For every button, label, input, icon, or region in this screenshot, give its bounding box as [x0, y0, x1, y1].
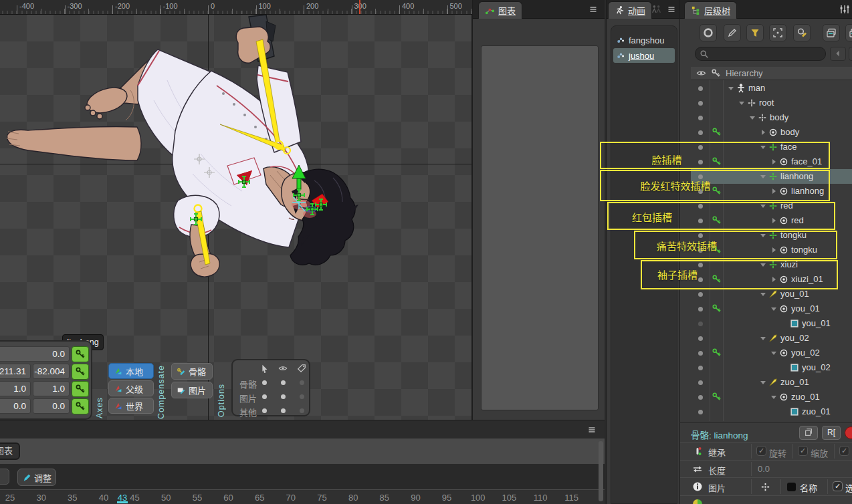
current-frame-marker[interactable]	[117, 501, 128, 503]
key-button[interactable]	[72, 346, 89, 362]
name-color-dot[interactable]	[787, 483, 796, 491]
key-button[interactable]	[72, 398, 89, 414]
tree-row-body[interactable]: body	[691, 125, 852, 140]
tree-row-zuo_01[interactable]: zuo_01	[691, 375, 852, 390]
hier-toolbar-frame-icon[interactable]	[769, 24, 786, 41]
visibility-dot[interactable]	[698, 410, 703, 414]
options-dot[interactable]	[281, 394, 286, 399]
options-dot[interactable]	[300, 380, 304, 385]
visibility-dot[interactable]	[698, 380, 703, 385]
compensate-button-1[interactable]: 骨骼	[171, 363, 213, 380]
hier-toolbar-layers-icon[interactable]	[823, 24, 840, 41]
options-dot[interactable]	[262, 408, 267, 413]
options-dot[interactable]	[281, 380, 286, 385]
hier-toolbar-ring-icon[interactable]	[700, 24, 717, 41]
transform-value-field-x[interactable]: 1.0	[0, 381, 31, 396]
options-dot[interactable]	[262, 394, 267, 399]
inherit-check-3[interactable]: ✓	[839, 446, 849, 456]
timeline-toolbar-row: 调整	[0, 464, 605, 489]
transform-value-field-x[interactable]: 211.31	[0, 364, 31, 379]
options-dot[interactable]	[262, 380, 267, 385]
graph-plot-area[interactable]	[481, 45, 599, 410]
tree-row-zuo_01[interactable]: zuo_01	[691, 390, 852, 404]
expand-open-icon[interactable]	[770, 305, 777, 312]
rename-button[interactable]: R[	[822, 426, 841, 440]
key-button[interactable]	[72, 364, 89, 380]
expand-open-icon[interactable]	[760, 335, 766, 342]
visibility-dot[interactable]	[698, 86, 703, 91]
ruler-playhead[interactable]	[359, 0, 360, 14]
length-value[interactable]: 0.0	[758, 464, 770, 474]
graph-toggle-button[interactable]: 图表	[0, 443, 20, 460]
nav-forward-button[interactable]	[849, 47, 852, 61]
crosshair-icon[interactable]	[760, 482, 770, 492]
compensate-button-2[interactable]: 图片	[171, 382, 213, 398]
expand-open-icon[interactable]	[728, 85, 734, 92]
expand-open-icon[interactable]	[738, 100, 745, 106]
tree-row-zuo_01[interactable]: zuo_01	[691, 404, 852, 419]
transform-value-field[interactable]: 0.0	[0, 346, 70, 362]
inherit-check-2[interactable]: ✓	[798, 446, 808, 456]
visibility-dot[interactable]	[698, 322, 703, 326]
timeline-frame-ruler[interactable]: 2530354045505560657075808590951001051101…	[0, 489, 605, 504]
visibility-dot[interactable]	[698, 307, 703, 311]
animation-menu-icon[interactable]	[667, 5, 676, 13]
expand-closed-icon[interactable]	[760, 129, 766, 136]
visibility-dot[interactable]	[698, 116, 703, 120]
tree-row-root[interactable]: root	[691, 96, 852, 110]
tree-row-you_02[interactable]: you_02	[691, 346, 852, 360]
tree-row-man[interactable]: man	[691, 81, 852, 96]
inherit-check-1[interactable]: ✓	[756, 446, 766, 456]
tab-graph[interactable]: 图表	[478, 1, 522, 19]
adjust-button[interactable]: 调整	[17, 469, 56, 486]
image-row: 图片 名称 ✓ 选择	[680, 477, 852, 495]
sliders-icon[interactable]	[839, 4, 850, 15]
options-dot[interactable]	[300, 408, 304, 413]
options-dot[interactable]	[300, 394, 304, 399]
tab-hierarchy[interactable]: 层级树	[684, 1, 737, 19]
viewport-menu-icon[interactable]	[587, 426, 597, 434]
hier-toolbar-zoom-edit-icon[interactable]	[793, 24, 811, 41]
expand-open-icon[interactable]	[760, 379, 766, 386]
visibility-dot[interactable]	[698, 366, 703, 370]
hier-toolbar-filter-funnel-icon[interactable]	[746, 24, 764, 41]
visibility-dot[interactable]	[698, 395, 703, 400]
tree-row-body[interactable]: body	[691, 110, 852, 125]
tree-row-you_02[interactable]: you_02	[691, 360, 852, 375]
expand-open-icon[interactable]	[770, 394, 777, 400]
key-button[interactable]	[72, 381, 89, 397]
axes-button-1[interactable]: 本地	[108, 363, 154, 379]
tree-row-you_02[interactable]: you_02	[691, 331, 852, 346]
options-dot[interactable]	[281, 408, 286, 413]
axes-button-3[interactable]: 世界	[108, 398, 154, 414]
graph-menu-icon[interactable]	[589, 5, 598, 13]
transform-value-field-y[interactable]: 0.0	[33, 398, 70, 414]
select-checkbox[interactable]: ✓	[833, 481, 843, 491]
expand-open-icon[interactable]	[760, 291, 766, 297]
timeline-partial-button[interactable]	[0, 469, 9, 485]
animation-item-jushou[interactable]: jushou	[613, 48, 675, 63]
delete-button[interactable]	[845, 426, 852, 439]
hier-toolbar-layers-alt-icon[interactable]	[845, 24, 852, 41]
expand-open-icon[interactable]	[770, 350, 777, 356]
animation-item-fangshou[interactable]: fangshou	[613, 33, 675, 47]
transform-value-field-y[interactable]: 1.0	[33, 381, 70, 396]
visibility-dot[interactable]	[698, 336, 703, 341]
visibility-dot[interactable]	[698, 130, 703, 135]
transform-value-field-y[interactable]: -82.004	[33, 364, 70, 379]
copy-button[interactable]	[799, 426, 818, 440]
timeline-scrollbar[interactable]	[599, 441, 603, 501]
axes-button-2[interactable]: 父级	[108, 380, 154, 396]
tree-row-you_01[interactable]: you_01	[691, 316, 852, 331]
tab-animation[interactable]: 动画	[608, 1, 652, 19]
visibility-dot[interactable]	[698, 351, 703, 356]
visibility-dot[interactable]	[698, 101, 703, 106]
ghosting-icon[interactable]	[651, 4, 663, 14]
visibility-dot[interactable]	[698, 292, 703, 297]
tree-row-you_01[interactable]: you_01	[691, 301, 852, 316]
transform-value-field-x[interactable]: 0.0	[0, 398, 31, 414]
hier-toolbar-pencil-icon[interactable]	[724, 24, 741, 41]
expand-open-icon[interactable]	[749, 114, 756, 121]
nav-back-button[interactable]	[830, 47, 846, 61]
hierarchy-search-input[interactable]	[695, 47, 826, 61]
